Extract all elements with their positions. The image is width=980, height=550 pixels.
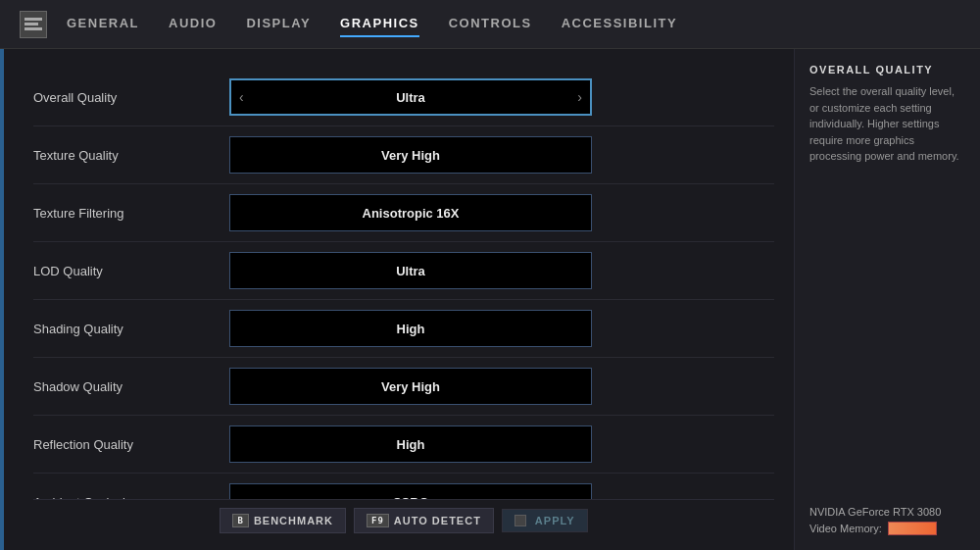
svg-rect-2 <box>24 27 42 30</box>
value-reflection-quality: High <box>397 437 425 452</box>
svg-rect-0 <box>24 18 42 21</box>
control-shadow-quality: Very High <box>229 368 592 405</box>
value-texture-quality: Very High <box>381 148 440 163</box>
quality-title: OVERALL QUALITY <box>809 64 965 75</box>
tab-display[interactable]: DISPLAY <box>246 11 311 37</box>
value-shading-quality: High <box>397 322 425 336</box>
setting-row-shading-quality: Shading Quality High <box>33 300 774 358</box>
auto-detect-button[interactable]: F9 AUTO DETECT <box>354 508 494 533</box>
quality-description: Select the overall quality level, or cus… <box>809 83 965 165</box>
control-shading-quality: High <box>229 310 592 347</box>
settings-scroll[interactable]: Overall Quality ‹ Ultra › Texture Qualit… <box>33 69 774 499</box>
label-reflection-quality: Reflection Quality <box>33 437 229 452</box>
video-memory-label: Video Memory: <box>809 523 882 534</box>
dropdown-texture-filtering[interactable]: Anisotropic 16X <box>229 194 592 231</box>
auto-detect-label: AUTO DETECT <box>394 515 481 526</box>
benchmark-label: BENCHMARK <box>254 515 333 526</box>
dropdown-lod-quality[interactable]: Ultra <box>229 252 592 289</box>
apply-icon <box>514 515 526 526</box>
setting-row-reflection-quality: Reflection Quality High <box>33 416 774 474</box>
control-texture-filtering: Anisotropic 16X <box>229 194 592 231</box>
control-overall-quality: ‹ Ultra › <box>229 78 592 116</box>
nav-items: GENERAL AUDIO DISPLAY GRAPHICS CONTROLS … <box>67 11 677 37</box>
dropdown-overall-quality[interactable]: ‹ Ultra › <box>229 78 592 116</box>
label-shading-quality: Shading Quality <box>33 322 229 336</box>
dropdown-texture-quality[interactable]: Very High <box>229 136 592 174</box>
right-panel: OVERALL QUALITY Select the overall quali… <box>794 49 980 550</box>
value-overall-quality: Ultra <box>396 90 425 105</box>
setting-row-texture-filtering: Texture Filtering Anisotropic 16X <box>33 184 774 242</box>
value-shadow-quality: Very High <box>381 379 440 394</box>
value-lod-quality: Ultra <box>396 264 425 278</box>
bottom-action-bar: B BENCHMARK F9 AUTO DETECT APPLY <box>33 499 774 540</box>
setting-row-texture-quality: Texture Quality Very High <box>33 126 774 184</box>
gpu-info: NVIDIA GeForce RTX 3080 Video Memory: <box>809 506 965 535</box>
apply-label: APPLY <box>535 515 575 526</box>
benchmark-key: B <box>232 514 248 527</box>
tab-graphics[interactable]: GRAPHICS <box>340 11 419 37</box>
label-texture-quality: Texture Quality <box>33 148 229 163</box>
label-overall-quality: Overall Quality <box>33 90 229 105</box>
top-navigation: GENERAL AUDIO DISPLAY GRAPHICS CONTROLS … <box>0 0 980 49</box>
arrow-left-overall[interactable]: ‹ <box>231 80 252 114</box>
control-ambient-occlusion: SSBC <box>229 483 592 499</box>
tab-controls[interactable]: CONTROLS <box>449 11 532 37</box>
app-logo <box>20 11 47 38</box>
label-lod-quality: LOD Quality <box>33 264 229 278</box>
quality-info: OVERALL QUALITY Select the overall quali… <box>809 64 965 165</box>
settings-panel: Overall Quality ‹ Ultra › Texture Qualit… <box>4 49 794 550</box>
tab-general[interactable]: GENERAL <box>67 11 139 37</box>
main-content: Overall Quality ‹ Ultra › Texture Qualit… <box>0 49 980 550</box>
gpu-name: NVIDIA GeForce RTX 3080 <box>809 506 965 518</box>
setting-row-overall-quality: Overall Quality ‹ Ultra › <box>33 69 774 126</box>
control-texture-quality: Very High <box>229 136 592 174</box>
svg-rect-1 <box>24 23 38 25</box>
dropdown-ambient-occlusion[interactable]: SSBC <box>229 483 592 499</box>
setting-row-lod-quality: LOD Quality Ultra <box>33 242 774 300</box>
tab-accessibility[interactable]: ACCESSIBILITY <box>562 11 677 37</box>
control-lod-quality: Ultra <box>229 252 592 289</box>
control-reflection-quality: High <box>229 425 592 463</box>
label-shadow-quality: Shadow Quality <box>33 379 229 394</box>
tab-audio[interactable]: AUDIO <box>169 11 217 37</box>
setting-row-shadow-quality: Shadow Quality Very High <box>33 358 774 416</box>
dropdown-shadow-quality[interactable]: Very High <box>229 368 592 405</box>
memory-bar <box>888 522 937 535</box>
dropdown-reflection-quality[interactable]: High <box>229 425 592 463</box>
video-memory-row: Video Memory: <box>809 522 965 535</box>
value-texture-filtering: Anisotropic 16X <box>363 206 460 221</box>
arrow-right-overall[interactable]: › <box>569 80 590 114</box>
benchmark-button[interactable]: B BENCHMARK <box>220 508 346 533</box>
setting-row-ambient-occlusion: Ambient Occlusion SSBC <box>33 474 774 499</box>
apply-button[interactable]: APPLY <box>502 509 588 532</box>
label-texture-filtering: Texture Filtering <box>33 206 229 221</box>
auto-detect-key: F9 <box>367 514 389 527</box>
dropdown-shading-quality[interactable]: High <box>229 310 592 347</box>
